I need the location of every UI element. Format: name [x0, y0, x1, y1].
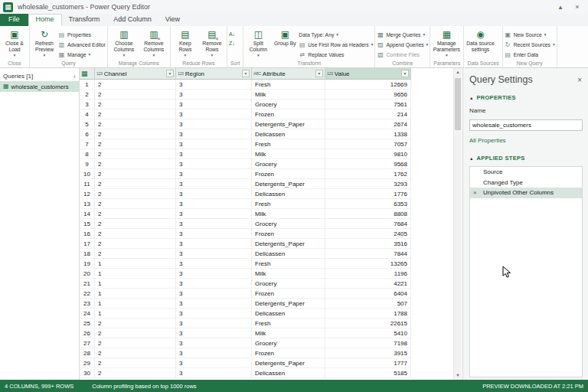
- attribute-cell[interactable]: Frozen: [252, 109, 325, 119]
- channel-cell[interactable]: 2: [95, 219, 176, 229]
- row-number-cell[interactable]: 25: [80, 318, 95, 328]
- channel-cell[interactable]: 1: [95, 309, 176, 318]
- channel-cell[interactable]: 1: [95, 289, 176, 299]
- region-cell[interactable]: 3: [176, 179, 252, 189]
- region-cell[interactable]: 3: [176, 90, 252, 100]
- select-all-corner-cell[interactable]: ▦: [80, 68, 95, 80]
- split-column-button[interactable]: ◫ Split Column ▾: [245, 28, 271, 57]
- attribute-cell[interactable]: Detergents_Paper: [252, 239, 325, 249]
- attribute-cell[interactable]: Detergents_Paper: [252, 119, 325, 129]
- new-source-button[interactable]: ▣ New Source ▾: [505, 30, 555, 39]
- manage-parameters-button[interactable]: ▦ Manage Parameters ▾: [432, 28, 461, 57]
- region-cell[interactable]: 3: [176, 318, 252, 328]
- channel-cell[interactable]: 2: [95, 199, 176, 209]
- row-number-cell[interactable]: 17: [80, 239, 95, 249]
- attribute-cell[interactable]: Fresh: [252, 80, 325, 90]
- collapse-queries-pane-button[interactable]: ‹: [74, 73, 76, 80]
- row-number-cell[interactable]: 18: [80, 249, 95, 259]
- attribute-cell[interactable]: Milk: [252, 90, 325, 100]
- filter-button[interactable]: ▾: [242, 70, 250, 77]
- recent-sources-button[interactable]: ↻ Recent Sources ▾: [505, 40, 555, 49]
- value-cell[interactable]: 5410: [325, 328, 411, 338]
- value-cell[interactable]: 7561: [325, 100, 411, 109]
- attribute-cell[interactable]: Milk: [252, 269, 325, 279]
- region-cell[interactable]: 3: [176, 139, 252, 149]
- tab-transform[interactable]: Transform: [62, 14, 107, 26]
- filter-button[interactable]: ▾: [315, 70, 323, 77]
- row-number-cell[interactable]: 10: [80, 169, 95, 179]
- column-header-attribute[interactable]: ABC Attribute ▾: [252, 68, 325, 80]
- attribute-cell[interactable]: Frozen: [252, 229, 325, 239]
- remove-rows-button[interactable]: ▤× Remove Rows ▾: [199, 28, 225, 57]
- channel-cell[interactable]: 2: [95, 318, 176, 328]
- section-toggle-icon[interactable]: ▲: [469, 156, 473, 161]
- column-header-region[interactable]: 123 Region ▾: [176, 68, 252, 80]
- enter-data-button[interactable]: ▤ Enter Data: [505, 50, 555, 59]
- all-properties-link[interactable]: All Properties: [469, 137, 506, 144]
- filter-button[interactable]: ▾: [401, 70, 409, 77]
- channel-cell[interactable]: 2: [95, 169, 176, 179]
- value-cell[interactable]: 13265: [325, 259, 411, 269]
- advanced-editor-button[interactable]: ▥ Advanced Editor: [58, 40, 106, 49]
- combine-files-button[interactable]: ▧ Combine Files: [377, 50, 428, 59]
- channel-cell[interactable]: 2: [95, 80, 176, 90]
- applied-step-unpivoted-other-columns[interactable]: × Unpivoted Other Columns: [470, 188, 582, 198]
- window-close-button[interactable]: ×: [570, 2, 585, 12]
- row-number-cell[interactable]: 1: [80, 80, 95, 90]
- channel-cell[interactable]: 2: [95, 100, 176, 109]
- keep-rows-button[interactable]: ▤ Keep Rows ▾: [172, 28, 198, 57]
- group-by-button[interactable]: ▣ Group By: [272, 28, 298, 47]
- channel-cell[interactable]: 2: [95, 179, 176, 189]
- refresh-preview-button[interactable]: ↻ Refresh Preview ▾: [31, 28, 57, 57]
- region-cell[interactable]: 3: [176, 309, 252, 318]
- row-number-cell[interactable]: 26: [80, 328, 95, 338]
- section-toggle-icon[interactable]: ▲: [469, 96, 473, 100]
- row-number-cell[interactable]: 19: [80, 259, 95, 269]
- channel-cell[interactable]: 2: [95, 368, 176, 378]
- value-cell[interactable]: 1338: [325, 129, 411, 139]
- query-name-input[interactable]: [469, 119, 583, 131]
- row-number-cell[interactable]: 16: [80, 229, 95, 239]
- row-number-cell[interactable]: 14: [80, 209, 95, 219]
- value-cell[interactable]: 9810: [325, 149, 411, 159]
- channel-cell[interactable]: 2: [95, 328, 176, 338]
- value-cell[interactable]: 9568: [325, 159, 411, 169]
- attribute-cell[interactable]: Delicassen: [252, 368, 325, 378]
- attribute-cell[interactable]: Frozen: [252, 289, 325, 299]
- channel-cell[interactable]: 2: [95, 90, 176, 100]
- attribute-cell[interactable]: Fresh: [252, 259, 325, 269]
- channel-cell[interactable]: 2: [95, 249, 176, 259]
- region-cell[interactable]: 3: [176, 289, 252, 299]
- sort-ascending-button[interactable]: A↓: [229, 30, 235, 38]
- attribute-cell[interactable]: Delicassen: [252, 189, 325, 199]
- region-cell[interactable]: 3: [176, 259, 252, 269]
- column-header-value[interactable]: 123 Value ▾: [325, 68, 411, 80]
- channel-cell[interactable]: 1: [95, 279, 176, 289]
- region-cell[interactable]: 3: [176, 169, 252, 179]
- attribute-cell[interactable]: Delicassen: [252, 129, 325, 139]
- scroll-up-arrow[interactable]: ▲: [454, 68, 462, 77]
- attribute-cell[interactable]: Grocery: [252, 159, 325, 169]
- channel-cell[interactable]: 1: [95, 259, 176, 269]
- row-number-cell[interactable]: 12: [80, 189, 95, 199]
- tab-add-column[interactable]: Add Column: [106, 14, 158, 26]
- row-number-cell[interactable]: 27: [80, 338, 95, 348]
- value-cell[interactable]: 2674: [325, 119, 411, 129]
- attribute-cell[interactable]: Fresh: [252, 318, 325, 328]
- tab-file[interactable]: File: [0, 14, 28, 26]
- region-cell[interactable]: 3: [176, 328, 252, 338]
- row-number-cell[interactable]: 23: [80, 299, 95, 309]
- properties-button[interactable]: ▤ Properties: [58, 30, 106, 39]
- value-cell[interactable]: 1196: [325, 269, 411, 279]
- region-cell[interactable]: 3: [176, 189, 252, 199]
- value-cell[interactable]: 2405: [325, 229, 411, 239]
- region-cell[interactable]: 3: [176, 100, 252, 109]
- attribute-cell[interactable]: Detergents_Paper: [252, 299, 325, 309]
- region-cell[interactable]: 3: [176, 299, 252, 309]
- region-cell[interactable]: 3: [176, 338, 252, 348]
- sort-descending-button[interactable]: Z↓: [229, 39, 235, 47]
- manage-button[interactable]: ▦ Manage ▾: [58, 50, 106, 59]
- row-number-cell[interactable]: 3: [80, 100, 95, 109]
- attribute-cell[interactable]: Fresh: [252, 199, 325, 209]
- text-type-icon[interactable]: ABC: [253, 71, 261, 76]
